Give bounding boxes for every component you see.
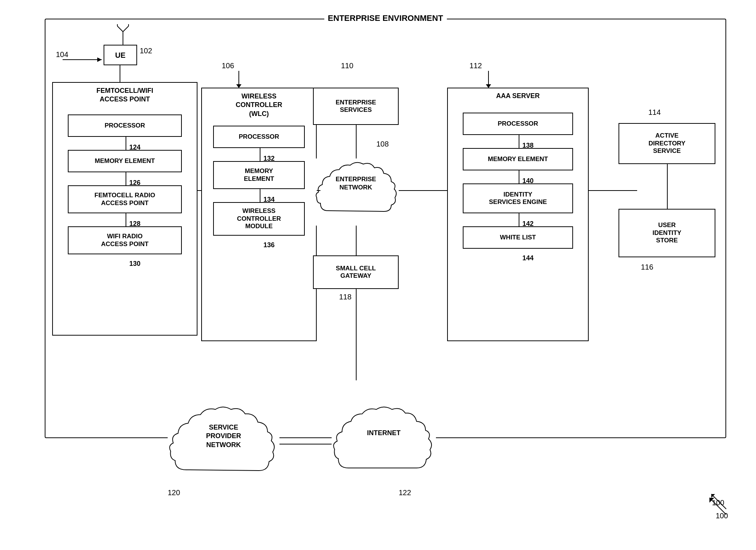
ref-116: 116: [641, 263, 653, 271]
identity-services-box: IDENTITY SERVICES ENGINE: [463, 183, 573, 213]
diagram-container: ENTERPRISE ENVIRONMENT 100 UE 102 104 FE…: [7, 7, 749, 543]
ad-to-uis-line: [667, 164, 668, 209]
ref-136-label: 136: [263, 241, 275, 249]
ref-120: 120: [168, 488, 180, 497]
scg-down-line: [356, 289, 357, 380]
service-provider-cloud: SERVICE PROVIDER NETWORK: [168, 403, 279, 485]
processor-2-box: PROCESSOR: [213, 126, 305, 148]
sp-to-internet-line: [279, 444, 335, 444]
femtocell-radio-box: FEMTOCELL RADIO ACCESS POINT: [68, 185, 182, 213]
ref-144-label: 144: [522, 254, 534, 262]
ref-102: 102: [140, 47, 152, 55]
wcm-box: WIRELESS CONTROLLER MODULE: [213, 202, 305, 236]
es-to-en-line: [356, 125, 357, 162]
aaa-server-label: AAA SERVER: [448, 92, 588, 100]
processor-1-box: PROCESSOR: [68, 114, 182, 137]
memory-element-3-box: MEMORY ELEMENT: [463, 148, 573, 170]
ref-130-label: 130: [129, 260, 140, 268]
svg-line-4: [123, 26, 129, 32]
femtocell-ap-container: FEMTOCELL/WIFIACCESS POINT PROCESSOR 124…: [52, 82, 197, 336]
enterprise-services-box: ENTERPRISE SERVICES: [313, 88, 399, 125]
svg-marker-8: [97, 57, 102, 62]
ref-108: 108: [376, 140, 389, 148]
ref-118: 118: [339, 293, 351, 301]
ref-114: 114: [648, 108, 661, 117]
ref-106-line: [238, 71, 239, 86]
memory-element-1-box: MEMORY ELEMENT: [68, 150, 182, 172]
en-to-scg-line: [356, 226, 357, 255]
memory-element-2-box: MEMORY ELEMENT: [213, 161, 305, 189]
ref-104-arrow: [63, 52, 107, 67]
ue-to-ap-line: [120, 65, 120, 84]
aaa-server-container: AAA SERVER PROCESSOR 138 MEMORY ELEMENT …: [447, 88, 589, 341]
antenna-icon: [114, 24, 132, 47]
small-cell-gateway-box: SMALL CELL GATEWAY: [313, 255, 399, 289]
ref-110: 110: [341, 62, 353, 70]
aaa-to-ad-line: [589, 190, 637, 191]
enterprise-environment-label: ENTERPRISE ENVIRONMENT: [324, 13, 447, 23]
wifi-radio-box: WIFI RADIO ACCESS POINT: [68, 226, 182, 254]
wlc-container: WIRELESSCONTROLLER(WLC) PROCESSOR 132 ME…: [201, 88, 317, 341]
user-identity-store-box: USER IDENTITY STORE: [619, 209, 715, 257]
ref-106: 106: [222, 62, 234, 70]
svg-line-3: [117, 26, 123, 32]
ref-112: 112: [469, 62, 482, 70]
wlc-label: WIRELESSCONTROLLER(WLC): [202, 92, 316, 118]
ref-100-bottom: 100: [716, 512, 728, 520]
femtocell-ap-label: FEMTOCELL/WIFIACCESS POINT: [53, 87, 197, 104]
active-directory-box: ACTIVE DIRECTORY SERVICE: [619, 123, 715, 164]
internet-cloud: INTERNET: [332, 403, 436, 485]
ue-box: UE: [104, 45, 137, 65]
processor-3-box: PROCESSOR: [463, 113, 573, 135]
white-list-box: WHITE LIST: [463, 226, 573, 249]
enterprise-network-cloud: ENTERPRISE NETWORK: [313, 158, 399, 226]
ref-122: 122: [399, 488, 411, 497]
